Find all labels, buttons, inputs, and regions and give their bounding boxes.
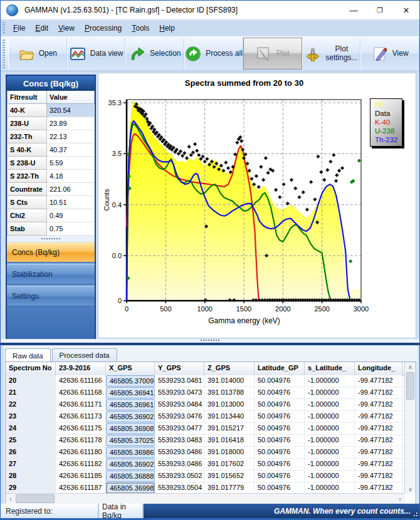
- spectrum-plot[interactable]: 05001000150020002500300035.33.50.40.00: [98, 73, 416, 338]
- cell[interactable]: 5539293.0481: [155, 375, 204, 387]
- cell[interactable]: -99.477182: [355, 471, 402, 482]
- cell[interactable]: -1.000000: [305, 411, 355, 422]
- fit-row-40-k[interactable]: 40-K320.54: [7, 104, 95, 117]
- cell[interactable]: 465805.36902: [106, 411, 155, 422]
- cell[interactable]: 20: [6, 375, 56, 387]
- cell[interactable]: 26: [6, 447, 56, 458]
- cell[interactable]: 465805.36998: [106, 482, 155, 494]
- cell[interactable]: 42636.611182: [56, 459, 106, 470]
- cell[interactable]: 465805.36941: [106, 387, 155, 398]
- cell[interactable]: -99.477182: [355, 411, 402, 422]
- minimize-button[interactable]: —: [340, 1, 367, 19]
- cell[interactable]: 42636.611171: [56, 399, 106, 410]
- cell[interactable]: 25: [6, 435, 56, 446]
- fit-row-232-th[interactable]: 232-Th22.13: [7, 130, 95, 143]
- scroll-up-icon[interactable]: ∧: [405, 362, 416, 372]
- cell[interactable]: -1.000000: [305, 423, 355, 434]
- cell[interactable]: 42636.611175: [56, 423, 106, 434]
- panel-splitter-handle[interactable]: [7, 236, 95, 242]
- cell[interactable]: 465805.36902: [106, 459, 155, 470]
- menu-view[interactable]: View: [53, 22, 80, 34]
- cell[interactable]: 50.004976: [255, 459, 305, 470]
- cell[interactable]: 465805.36986: [106, 447, 155, 458]
- table-row[interactable]: 2242636.611171465805.369615539293.048439…: [6, 399, 405, 411]
- resize-grip-icon[interactable]: [412, 511, 418, 517]
- cell[interactable]: 42636.611178: [56, 435, 106, 446]
- horizontal-scroll-thumb[interactable]: [16, 494, 55, 503]
- cell[interactable]: 5539293.0486: [155, 447, 204, 458]
- col-header-x-gps[interactable]: X_GPS: [106, 362, 155, 375]
- cell[interactable]: 50.004976: [255, 482, 305, 494]
- cell[interactable]: 391.013000: [204, 399, 255, 410]
- cell[interactable]: 50.004976: [255, 375, 305, 387]
- cell[interactable]: 5539293.0502: [155, 471, 204, 482]
- cell[interactable]: -1.000000: [305, 459, 355, 470]
- cell[interactable]: 391.014000: [204, 375, 255, 387]
- cell[interactable]: 5539293.0483: [155, 435, 204, 446]
- cell[interactable]: 24: [6, 423, 56, 434]
- cell[interactable]: 465805.36908: [106, 423, 155, 434]
- cell[interactable]: 465805.37025: [106, 435, 155, 446]
- cell[interactable]: -99.477182: [355, 435, 402, 446]
- cell[interactable]: -99.477182: [355, 482, 402, 494]
- menu-help[interactable]: Help: [154, 22, 180, 34]
- cell[interactable]: 5539293.0477: [155, 423, 204, 434]
- table-row[interactable]: 2642636.611180465805.369865539293.048639…: [6, 447, 405, 459]
- cell[interactable]: -1.000000: [305, 399, 355, 410]
- horizontal-splitter-handle[interactable]: [1, 339, 419, 345]
- cell[interactable]: -1.000000: [305, 482, 355, 494]
- close-button[interactable]: ✕: [393, 1, 419, 19]
- cell[interactable]: 5539293.0486: [155, 459, 204, 470]
- table-row[interactable]: 2342636.611173465805.369025539293.047639…: [6, 411, 405, 423]
- cell[interactable]: 42636.611168: [56, 387, 106, 398]
- selection-button[interactable]: Selection: [125, 38, 184, 70]
- col-header-y-gps[interactable]: Y_GPS: [155, 362, 204, 375]
- nav-stabilization[interactable]: Stabilization: [7, 264, 95, 284]
- col-header-spectrum-no[interactable]: Spectrum No: [6, 362, 56, 375]
- fit-row-s-232-th[interactable]: S 232-Th4.18: [7, 170, 95, 183]
- cell[interactable]: 391.015652: [204, 471, 255, 482]
- menu-file[interactable]: File: [8, 22, 30, 34]
- nav-settings[interactable]: Settings: [7, 286, 95, 306]
- cell[interactable]: 465805.36888: [106, 471, 155, 482]
- horizontal-scrollbar[interactable]: ‹ ›: [6, 493, 405, 504]
- plot-settings-button[interactable]: Plot settings...: [302, 38, 361, 70]
- fit-row-chi2[interactable]: Chi20.49: [7, 209, 95, 222]
- cell[interactable]: -99.477182: [355, 387, 402, 398]
- col-header-latitude-gp[interactable]: Latitude_GP: [255, 362, 305, 375]
- cell[interactable]: 42636.611187: [56, 482, 106, 494]
- cell[interactable]: -1.000000: [305, 435, 355, 446]
- menu-processing[interactable]: Processing: [80, 22, 127, 34]
- menu-tools[interactable]: Tools: [127, 22, 154, 34]
- cell[interactable]: 50.004976: [255, 435, 305, 446]
- view-button[interactable]: View: [360, 38, 419, 70]
- cell[interactable]: -99.477182: [355, 459, 402, 470]
- cell[interactable]: 465805.36961: [106, 399, 155, 410]
- plot-button[interactable]: Plot: [243, 38, 302, 70]
- cell[interactable]: -1.000000: [305, 471, 355, 482]
- menu-edit[interactable]: Edit: [30, 22, 53, 34]
- cell[interactable]: 50.004976: [255, 471, 305, 482]
- fit-row-countrate[interactable]: Countrate221.06: [7, 183, 95, 196]
- cell[interactable]: 42636.611180: [56, 447, 106, 458]
- tab-processed-data[interactable]: Processed data: [52, 348, 117, 361]
- fit-row-s-40-k[interactable]: S 40-K40.37: [7, 143, 95, 157]
- cell[interactable]: 42636.611166: [56, 375, 106, 387]
- maximize-button[interactable]: ❐: [367, 1, 393, 19]
- cell[interactable]: 50.004976: [255, 423, 305, 434]
- open-button[interactable]: Open: [8, 38, 67, 70]
- scroll-right-icon[interactable]: ›: [395, 496, 405, 502]
- cell[interactable]: -1.000000: [305, 387, 355, 398]
- nav-concs-bq-kg[interactable]: Concs (Bq/kg): [7, 242, 95, 263]
- cell[interactable]: 50.004976: [255, 387, 305, 398]
- table-row[interactable]: 2942636.611187465805.369985539293.050439…: [6, 482, 405, 494]
- fit-row-s-238-u[interactable]: S 238-U5.59: [7, 157, 95, 170]
- cell[interactable]: 391.017602: [204, 459, 255, 470]
- vertical-scroll-thumb[interactable]: [406, 372, 414, 400]
- cell[interactable]: -99.477182: [355, 375, 402, 387]
- fit-row-238-u[interactable]: 238-U23.89: [7, 117, 95, 130]
- cell[interactable]: 391.015217: [204, 423, 255, 434]
- cell[interactable]: 22: [6, 399, 56, 410]
- cell[interactable]: 50.004976: [255, 411, 305, 422]
- fit-row-s-cts[interactable]: S Cts10.51: [7, 196, 95, 209]
